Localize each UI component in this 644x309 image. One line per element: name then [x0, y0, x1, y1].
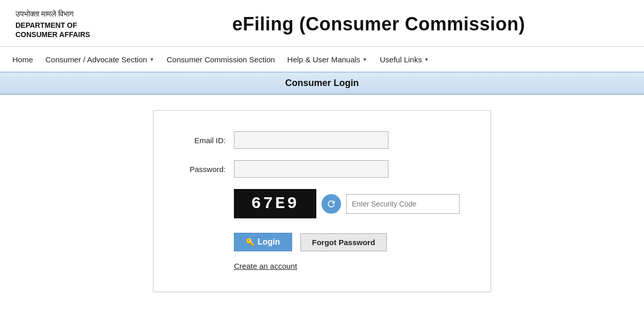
- email-label: Email ID:: [179, 136, 226, 145]
- captcha-row: 67E9: [234, 189, 460, 218]
- password-label: Password:: [179, 165, 226, 174]
- dept-name: DEPARTMENT OF CONSUMER AFFAIRS: [15, 21, 129, 39]
- security-code-input[interactable]: [346, 194, 460, 214]
- forgot-password-button[interactable]: Forgot Password: [300, 233, 387, 251]
- section-bar-title: Consumer Login: [285, 78, 359, 88]
- key-icon: 🔑: [246, 238, 255, 246]
- captcha-refresh-button[interactable]: [321, 194, 341, 214]
- nav-home[interactable]: Home: [10, 55, 39, 64]
- create-account-link[interactable]: Create an account: [234, 262, 297, 270]
- chevron-down-icon: ▼: [149, 57, 155, 62]
- chevron-down-icon: ▼: [424, 57, 429, 62]
- password-input[interactable]: [234, 160, 388, 178]
- buttons-row: 🔑 Login Forgot Password: [234, 233, 460, 251]
- chevron-down-icon: ▼: [362, 57, 367, 62]
- captcha-image: 67E9: [234, 189, 316, 218]
- email-input[interactable]: [234, 131, 388, 149]
- main-navbar: Home Consumer / Advocate Section ▼ Consu…: [0, 47, 644, 73]
- nav-consumer-commission[interactable]: Consumer Commission Section: [161, 55, 281, 64]
- nav-useful-links[interactable]: Useful Links ▼: [374, 55, 435, 64]
- nav-consumer-advocate[interactable]: Consumer / Advocate Section ▼: [39, 55, 161, 64]
- nav-help-manuals[interactable]: Help & User Manuals ▼: [281, 55, 374, 64]
- page-header: उपभोक्ता मामले विभाग DEPARTMENT OF CONSU…: [0, 0, 644, 47]
- create-account-row: Create an account: [234, 262, 460, 271]
- logo-block: उपभोक्ता मामले विभाग DEPARTMENT OF CONSU…: [15, 9, 129, 39]
- site-title: eFiling (Consumer Commission): [129, 13, 629, 35]
- main-content: Email ID: Password: 67E9 🔑 Login: [0, 95, 644, 307]
- hindi-text: उपभोक्ता मामले विभाग: [15, 9, 129, 19]
- refresh-icon: [326, 199, 336, 209]
- login-button[interactable]: 🔑 Login: [234, 233, 292, 251]
- email-row: Email ID:: [179, 131, 460, 149]
- password-row: Password:: [179, 160, 460, 178]
- login-card: Email ID: Password: 67E9 🔑 Login: [153, 110, 491, 292]
- section-bar: Consumer Login: [0, 73, 644, 95]
